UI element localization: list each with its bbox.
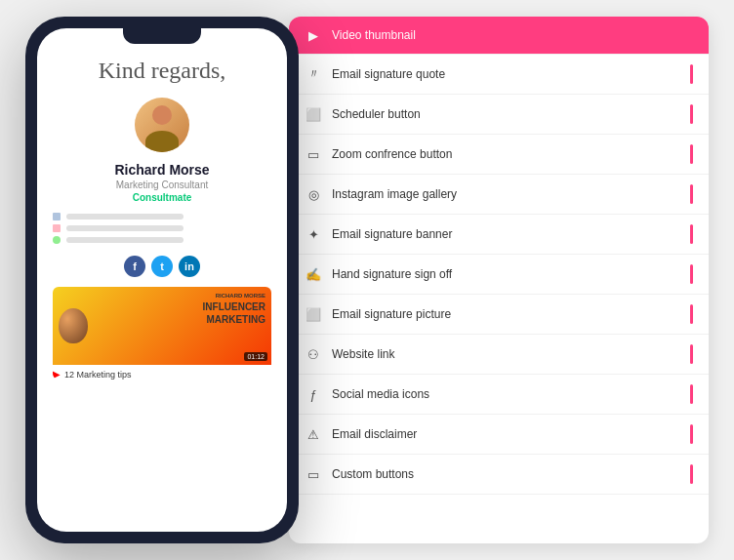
phone-text (66, 214, 184, 220)
social-media-icons-bar (690, 384, 693, 404)
email-signature-picture-bar (690, 304, 693, 324)
facebook-icon[interactable]: f (124, 256, 145, 277)
video-duration: 01:12 (244, 352, 267, 361)
email-disclaimer-icon: ⚠ (305, 425, 322, 443)
video-image: RICHARD MORSE INFLUENCER MARKETING 01:12 (53, 287, 271, 365)
video-overlay: RICHARD MORSE INFLUENCER MARKETING (203, 293, 265, 326)
avatar-body (145, 131, 179, 152)
contact-lines (53, 213, 271, 248)
menu-item-hand-signature-sign-off[interactable]: ✍Hand signature sign off (289, 255, 709, 295)
email-signature-quote-label: Email signature quote (332, 67, 680, 81)
social-media-icons-icon: ƒ (305, 385, 322, 403)
video-label: ▶ 12 Marketing tips (53, 369, 271, 380)
avatar (135, 98, 189, 152)
social-media-icons-label: Social media icons (332, 387, 680, 401)
hand-signature-sign-off-label: Hand signature sign off (332, 267, 680, 281)
email-signature-quote-icon: 〃 (305, 65, 322, 83)
person-name: Richard Morse (114, 162, 209, 178)
video-thumbnail-phone: RICHARD MORSE INFLUENCER MARKETING 01:12… (53, 287, 271, 380)
email-disclaimer-label: Email disclaimer (332, 427, 680, 441)
contact-line-phone (53, 213, 271, 220)
contact-line-web (53, 236, 271, 244)
video-thumbnail-icon: ▶ (305, 26, 322, 44)
social-icons: f t in (124, 256, 200, 277)
menu-item-email-signature-banner[interactable]: ✦Email signature banner (289, 215, 709, 255)
phone-notch (123, 28, 201, 44)
linkedin-icon[interactable]: in (179, 256, 200, 277)
app-container: Kind regards, Richard Morse Marketing Co… (25, 17, 709, 543)
signature-text: Kind regards, (99, 58, 226, 84)
person-title: Marketing Consultant (116, 180, 209, 190)
youtube-icon: ▶ (53, 369, 61, 380)
zoom-conference-button-label: Zoom confrence button (332, 147, 680, 161)
zoom-conference-button-bar (690, 144, 693, 164)
menu-panel: ▶Video thumbnail〃Email signature quote⬜S… (289, 17, 709, 543)
instagram-image-gallery-label: Instagram image gallery (332, 187, 680, 201)
menu-item-social-media-icons[interactable]: ƒSocial media icons (289, 375, 709, 415)
website-link-label: Website link (332, 347, 680, 361)
menu-item-zoom-conference-button[interactable]: ▭Zoom confrence button (289, 135, 709, 175)
video-thumbnail-label: Video thumbnail (332, 28, 693, 42)
hand-signature-sign-off-icon: ✍ (305, 265, 322, 283)
phone-screen: Kind regards, Richard Morse Marketing Co… (37, 28, 287, 532)
avatar-silhouette (135, 98, 189, 152)
email-icon (53, 224, 61, 232)
email-signature-banner-bar (690, 224, 693, 244)
email-text (66, 225, 184, 231)
hand-signature-sign-off-bar (690, 264, 693, 284)
email-signature-picture-label: Email signature picture (332, 307, 680, 321)
custom-buttons-icon: ▭ (305, 465, 322, 483)
zoom-conference-button-icon: ▭ (305, 145, 322, 163)
website-link-bar (690, 344, 693, 364)
twitter-icon[interactable]: t (151, 256, 173, 277)
menu-item-instagram-image-gallery[interactable]: ◎Instagram image gallery (289, 175, 709, 215)
email-signature-banner-label: Email signature banner (332, 227, 680, 241)
custom-buttons-bar (690, 464, 693, 484)
avatar-head (152, 105, 172, 125)
website-link-icon: ⚇ (305, 345, 322, 363)
menu-item-video-thumbnail[interactable]: ▶Video thumbnail (289, 17, 709, 55)
email-signature-picture-icon: ⬜ (305, 305, 322, 323)
phone-icon (53, 213, 61, 220)
menu-item-email-signature-quote[interactable]: 〃Email signature quote (289, 55, 709, 95)
custom-buttons-label: Custom buttons (332, 467, 680, 481)
scheduler-button-bar (690, 104, 693, 124)
menu-item-scheduler-button[interactable]: ⬜Scheduler button (289, 95, 709, 135)
web-icon (53, 236, 61, 244)
menu-item-email-disclaimer[interactable]: ⚠Email disclaimer (289, 415, 709, 455)
email-signature-quote-bar (690, 64, 693, 84)
phone-mockup: Kind regards, Richard Morse Marketing Co… (25, 17, 299, 543)
instagram-image-gallery-bar (690, 184, 693, 204)
email-disclaimer-bar (690, 424, 693, 444)
instagram-image-gallery-icon: ◎ (305, 185, 322, 203)
scheduler-button-icon: ⬜ (305, 105, 322, 123)
menu-item-email-signature-picture[interactable]: ⬜Email signature picture (289, 295, 709, 335)
email-signature-banner-icon: ✦ (305, 225, 322, 243)
person-company: Consultmate (133, 192, 192, 203)
contact-line-email (53, 224, 271, 232)
menu-item-custom-buttons[interactable]: ▭Custom buttons (289, 455, 709, 495)
scheduler-button-label: Scheduler button (332, 107, 680, 121)
menu-item-website-link[interactable]: ⚇Website link (289, 335, 709, 375)
video-title: 12 Marketing tips (64, 370, 132, 380)
web-text (66, 237, 184, 243)
